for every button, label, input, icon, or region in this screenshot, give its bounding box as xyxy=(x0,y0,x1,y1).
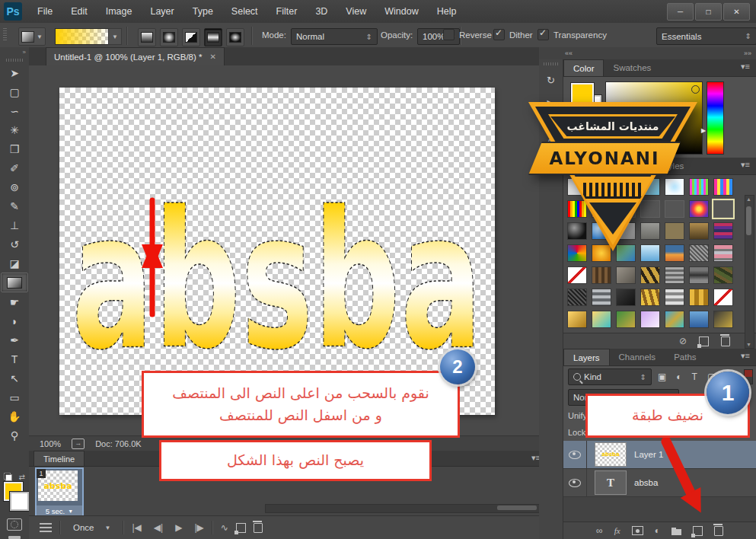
style-swatch[interactable] xyxy=(591,288,612,307)
style-swatch[interactable] xyxy=(615,266,636,285)
style-swatch[interactable] xyxy=(713,244,734,263)
panel-menu-icon[interactable]: ▾≡ xyxy=(741,62,750,72)
crop-tool[interactable]: ❒ xyxy=(2,139,27,158)
shape-tool[interactable]: ▭ xyxy=(2,388,27,407)
pen-tool[interactable]: ✒ xyxy=(2,330,27,349)
layer-filter-select[interactable]: Kind ⇕ xyxy=(568,368,652,385)
panel-menu-icon[interactable]: ▾≡ xyxy=(741,160,750,170)
previous-frame-button[interactable]: ◀| xyxy=(154,522,163,533)
history-panel-icon[interactable]: ↻ xyxy=(539,69,563,91)
tab-swatches[interactable]: Swatches xyxy=(604,59,660,76)
close-icon[interactable]: ✕ xyxy=(209,53,215,61)
adjustment-layer-icon[interactable]: ◐ xyxy=(655,525,660,536)
style-swatch[interactable] xyxy=(664,288,685,307)
style-swatch[interactable] xyxy=(640,310,661,329)
style-swatch[interactable] xyxy=(688,310,710,329)
delete-frame-icon[interactable] xyxy=(254,523,263,533)
collapse-panel-icon[interactable]: » xyxy=(0,47,29,58)
tool-preset-picker[interactable]: ▼ xyxy=(18,27,46,46)
zoom-level[interactable]: 100% xyxy=(40,439,61,448)
quick-mask-button[interactable] xyxy=(7,518,22,531)
smudge-tool[interactable]: ☛ xyxy=(2,292,27,311)
minimize-button[interactable]: ─ xyxy=(667,3,694,21)
background-color-swatch[interactable] xyxy=(10,492,29,511)
style-swatch[interactable] xyxy=(566,310,588,329)
healing-brush-tool[interactable]: ⊚ xyxy=(2,177,27,196)
menu-type[interactable]: Type xyxy=(183,0,222,23)
loop-mode-select[interactable]: Once ▼ xyxy=(69,523,115,532)
link-layers-icon[interactable]: ∞ xyxy=(596,525,603,536)
collapse-icons-arrow[interactable]: «« xyxy=(565,49,573,57)
history-brush-tool[interactable]: ↺ xyxy=(2,234,27,254)
menu-image[interactable]: Image xyxy=(97,0,142,23)
play-button[interactable]: ▶ xyxy=(175,522,182,533)
new-group-icon[interactable] xyxy=(671,527,681,535)
style-swatch[interactable] xyxy=(688,288,710,307)
clone-stamp-tool[interactable]: ⊥ xyxy=(2,215,27,234)
path-selection-tool[interactable]: ↖ xyxy=(2,368,27,388)
menu-filter[interactable]: Filter xyxy=(267,0,307,23)
lasso-tool[interactable]: ∽ xyxy=(2,101,27,120)
style-swatch[interactable] xyxy=(713,310,734,329)
maximize-button[interactable]: □ xyxy=(695,3,722,21)
layer-mask-icon[interactable] xyxy=(632,526,643,535)
menu-file[interactable]: File xyxy=(28,0,62,23)
style-swatch[interactable] xyxy=(713,288,734,307)
share-icon[interactable]: → xyxy=(72,439,85,449)
duplicate-frame-icon[interactable] xyxy=(236,523,246,533)
style-swatch[interactable] xyxy=(664,266,685,285)
timeline-frame-1[interactable]: 1 absba 5 sec. ▼ xyxy=(35,467,84,518)
style-swatch[interactable] xyxy=(713,266,734,285)
gradient-tool[interactable] xyxy=(1,273,28,292)
menu-select[interactable]: Select xyxy=(222,0,267,23)
tab-layers[interactable]: Layers xyxy=(563,349,610,365)
style-swatch[interactable] xyxy=(591,310,612,329)
style-swatch[interactable] xyxy=(664,310,685,329)
style-swatch[interactable] xyxy=(640,288,661,307)
timeline-scrollbar[interactable] xyxy=(265,504,541,513)
workspace-select[interactable]: Essentials ⇕ xyxy=(656,27,756,45)
zoom-tool[interactable]: ⚲ xyxy=(2,426,27,445)
diamond-gradient-button[interactable] xyxy=(226,28,244,46)
frame-duration-select[interactable]: 5 sec. ▼ xyxy=(37,506,82,516)
new-layer-icon[interactable] xyxy=(693,526,703,536)
style-swatch[interactable] xyxy=(591,266,612,285)
tab-timeline[interactable]: Timeline xyxy=(33,451,85,466)
close-button[interactable]: ✕ xyxy=(723,3,750,21)
layer-row-layer-1[interactable]: absbaLayer 1 xyxy=(563,441,756,469)
convert-timeline-icon[interactable] xyxy=(40,523,52,532)
style-swatch[interactable] xyxy=(688,266,710,285)
canvas[interactable]: absba xyxy=(59,88,495,415)
style-swatch[interactable] xyxy=(713,199,734,218)
marquee-tool[interactable]: ▢ xyxy=(2,82,27,101)
tween-icon[interactable]: ∿ xyxy=(221,522,228,533)
visibility-eye-icon[interactable] xyxy=(569,451,581,459)
menu-help[interactable]: Help xyxy=(428,0,466,23)
next-frame-button[interactable]: |▶ xyxy=(194,522,203,533)
style-swatch[interactable] xyxy=(615,310,636,329)
radial-gradient-button[interactable] xyxy=(160,28,178,46)
hue-slider[interactable] xyxy=(707,81,724,155)
gradient-preview[interactable] xyxy=(55,28,110,45)
blend-mode-select[interactable]: Normal ⇕ xyxy=(291,28,378,45)
eyedropper-tool[interactable]: ✐ xyxy=(2,158,27,177)
style-swatch[interactable] xyxy=(713,177,734,196)
dither-checkbox[interactable] xyxy=(493,29,505,40)
tab-channels[interactable]: Channels xyxy=(610,349,665,365)
dodge-tool[interactable]: ◗ xyxy=(2,311,27,330)
tab-color[interactable]: Color xyxy=(563,59,604,76)
hand-tool[interactable]: ✋ xyxy=(2,407,27,426)
visibility-eye-icon[interactable] xyxy=(569,479,581,487)
delete-style-icon[interactable] xyxy=(721,336,730,346)
style-swatch[interactable] xyxy=(615,288,636,307)
menu-view[interactable]: View xyxy=(337,0,375,23)
menu-3d[interactable]: 3D xyxy=(306,0,337,23)
screen-mode-button[interactable] xyxy=(8,536,21,539)
menu-layer[interactable]: Layer xyxy=(141,0,183,23)
delete-layer-icon[interactable] xyxy=(714,526,723,536)
document-tab[interactable]: Untitled-1 @ 100% (Layer 1, RGB/8) * ✕ xyxy=(46,47,225,65)
style-swatch[interactable] xyxy=(566,288,588,307)
styles-scrollbar[interactable]: ▲▼ xyxy=(745,195,754,349)
type-tool[interactable]: T xyxy=(2,349,27,368)
first-frame-button[interactable]: |◀ xyxy=(132,522,141,533)
